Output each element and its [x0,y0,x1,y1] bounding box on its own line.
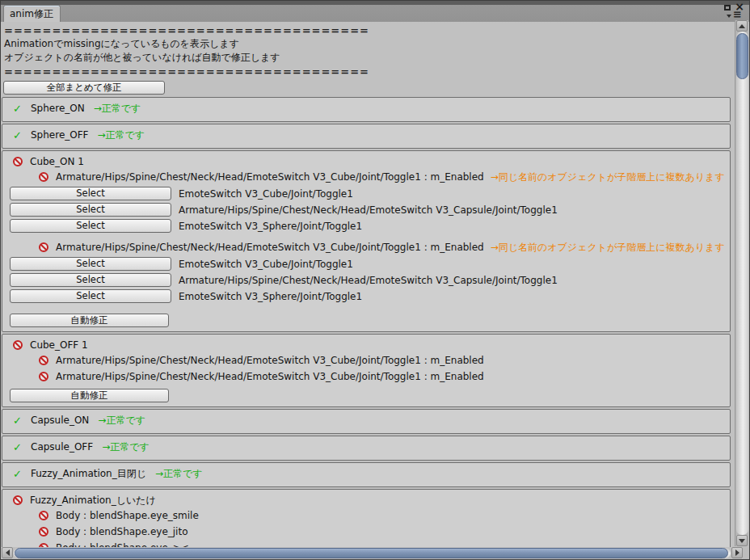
status-ok-text: →正常です [155,467,203,481]
scroll-down-button[interactable] [736,535,748,546]
item-name: Capsule_OFF [31,441,93,453]
content-area: ====================================== A… [1,22,734,547]
check-icon: ✓ [13,415,23,426]
tab-title: anim修正 [10,8,53,19]
candidate-row: SelectArmature/Hips/Spine/Chest/Neck/Hea… [2,273,730,287]
anim-fix-window: anim修正 × ≡ =============================… [0,0,750,560]
scrollbar-corner [743,547,749,559]
error-icon [13,340,23,350]
candidate-row: SelectArmature/Hips/Spine/Chest/Neck/Hea… [2,203,730,217]
arrow-up-icon [739,24,745,28]
error-path: Armature/Hips/Spine/Chest/Neck/Head/Emot… [56,171,484,183]
item-header-row: ✓Capsule_OFF→正常です [2,440,730,453]
status-ok-text: →正常です [94,102,141,116]
candidate-path: EmoteSwitch V3_Cube/Joint/Toggle1 [179,188,353,200]
item-name: Fuzzy_Animation_しいたけ [30,494,156,507]
status-ok-text: →正常です [98,414,145,427]
select-button[interactable]: Select [10,187,171,200]
item-header-row: Cube_OFF 1 [2,339,730,352]
item-header-row: ✓Sphere_ON→正常です [2,102,730,115]
vertical-scrollbar[interactable] [735,20,748,546]
error-path: Armature/Hips/Spine/Chest/Neck/Head/Emot… [56,355,484,366]
list-item: Cube_OFF 1Armature/Hips/Spine/Chest/Neck… [2,334,731,407]
error-icon [39,511,48,520]
error-icon [13,157,23,166]
error-row: Armature/Hips/Spine/Chest/Neck/Head/Emot… [2,171,730,183]
item-header-row: ✓Fuzzy_Animation_目閉じ→正常です [2,467,730,480]
horizontal-scroll-track[interactable] [14,548,731,558]
select-button[interactable]: Select [10,289,171,303]
item-name: Sphere_ON [31,103,85,114]
error-row: Body : blendShape.eye_>< [2,541,730,547]
error-row: Body : blendShape.eye_smile [2,509,730,522]
error-icon [39,372,48,381]
error-row: Armature/Hips/Spine/Chest/Neck/Head/Emot… [2,241,730,254]
select-button[interactable]: Select [10,203,171,217]
autofix-button[interactable]: 自動修正 [10,314,169,327]
duplicate-warning-text: →同じ名前のオブジェクトが子階層上に複数あります [491,241,725,255]
item-list: ✓Sphere_ON→正常です✓Sphere_OFF→正常ですCube_ON 1… [1,97,734,547]
item-name: Sphere_OFF [31,129,89,141]
select-button[interactable]: Select [10,273,171,287]
error-path: Body : blendShape.eye_smile [56,510,199,521]
status-ok-text: →正常です [98,128,145,142]
candidate-path: Armature/Hips/Spine/Chest/Neck/Head/Emot… [179,275,558,286]
horizontal-scrollbar[interactable] [2,547,743,558]
error-row: Body : blendShape.eye_jito [2,525,730,538]
item-header-row: Fuzzy_Animation_しいたけ [2,494,730,507]
item-header-row: ✓Sphere_OFF→正常です [2,128,730,141]
select-button[interactable]: Select [10,219,171,233]
window-controls: × ≡ [723,2,744,21]
candidate-path: EmoteSwitch V3_Cube/Joint/Toggle1 [179,259,353,270]
scroll-up-button[interactable] [736,20,748,32]
error-icon [39,527,48,537]
window-menu-icon[interactable]: ≡ [727,11,744,20]
list-item: ✓Sphere_OFF→正常です [2,124,731,149]
item-name: Capsule_ON [31,415,89,426]
list-item: ✓Capsule_OFF→正常です [2,436,731,461]
candidate-row: SelectEmoteSwitch V3_Cube/Joint/Toggle1 [2,187,730,200]
error-path: Armature/Hips/Spine/Chest/Neck/Head/Emot… [56,371,484,382]
check-icon: ✓ [13,103,23,114]
error-row: Armature/Hips/Spine/Chest/Neck/Head/Emot… [2,354,730,367]
vertical-scroll-thumb[interactable] [736,33,748,79]
duplicate-warning-text: →同じ名前のオブジェクトが子階層上に複数あります [491,171,725,184]
select-button[interactable]: Select [10,257,171,271]
error-path: Armature/Hips/Spine/Chest/Neck/Head/Emot… [56,242,484,253]
check-icon: ✓ [13,130,23,141]
item-name: Fuzzy_Animation_目閉じ [31,467,146,481]
error-row: Armature/Hips/Spine/Chest/Neck/Head/Emot… [2,370,730,383]
arrow-left-icon [6,549,10,556]
separator-line-bottom: ====================================== [1,65,734,78]
scroll-right-button[interactable] [731,547,743,558]
list-item: ✓Fuzzy_Animation_目閉じ→正常です [2,462,731,487]
list-item: Fuzzy_Animation_しいたけBody : blendShape.ey… [2,489,731,547]
candidate-row: SelectEmoteSwitch V3_Sphere/Joint/Toggle… [2,219,730,233]
list-item: Cube_ON 1Armature/Hips/Spine/Chest/Neck/… [2,150,731,332]
info-line-2: オブジェクトの名前が他と被っていなければ自動で修正します [1,51,734,65]
arrow-right-icon [735,549,739,556]
list-item: ✓Sphere_ON→正常です [2,97,731,122]
vertical-scroll-track[interactable] [736,32,748,535]
fix-all-button[interactable]: 全部まとめて修正 [3,81,165,95]
titlebar: anim修正 × ≡ [1,1,749,22]
autofix-button[interactable]: 自動修正 [10,389,169,402]
info-line-1: Animationでmissingになっているものを表示します [1,37,734,51]
separator-line-top: ====================================== [1,23,734,37]
scroll-left-button[interactable] [2,547,13,558]
candidate-path: EmoteSwitch V3_Sphere/Joint/Toggle1 [179,221,362,232]
error-icon [39,172,48,182]
error-icon [39,242,48,252]
maximize-icon[interactable] [724,5,731,11]
horizontal-scroll-thumb[interactable] [15,548,728,558]
status-ok-text: →正常です [102,440,150,454]
error-icon [13,495,23,505]
list-item: ✓Capsule_ON→正常です [2,409,731,434]
error-path: Body : blendShape.eye_jito [56,526,188,537]
candidate-row: SelectEmoteSwitch V3_Sphere/Joint/Toggle… [2,289,730,303]
candidate-row: SelectEmoteSwitch V3_Cube/Joint/Toggle1 [2,257,730,271]
item-name: Cube_ON 1 [30,156,84,167]
tab-anim-fix[interactable]: anim修正 [3,5,61,22]
check-icon: ✓ [13,442,23,453]
check-icon: ✓ [13,469,23,479]
